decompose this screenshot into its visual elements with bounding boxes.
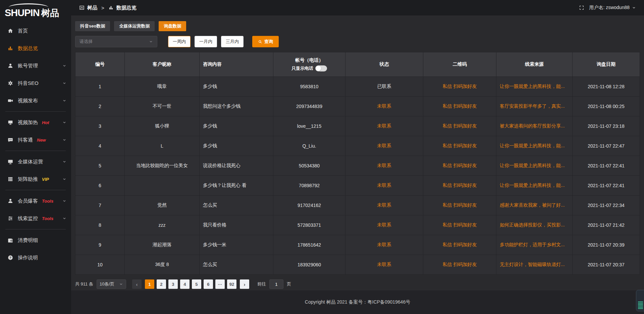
cell-nickname: L (125, 136, 199, 156)
cell-source-link[interactable]: 多功能护栏灯，适用于乡村文... (496, 235, 572, 255)
cell-qr-link[interactable]: 私信 扫码加好友 (423, 156, 496, 175)
cell-status: 未联系 (345, 97, 423, 116)
breadcrumb-root[interactable]: 树品 (87, 5, 97, 11)
sidebar-item-douyin-seo[interactable]: 抖音SEO (0, 74, 71, 92)
cell-source-link[interactable]: 客厅安装投影半年多了，真实... (496, 97, 572, 116)
page-size-select[interactable]: 10条/页 (97, 279, 126, 289)
cell-status: 未联系 (345, 176, 423, 195)
chevron-down-icon (62, 216, 66, 220)
cell-qr-link[interactable]: 私信 扫码加好友 (423, 97, 496, 116)
phone-only-toggle[interactable] (315, 65, 327, 71)
col-header-date: 询盘日期 (573, 52, 640, 76)
sidebar-item-label: 账号管理 (18, 63, 38, 69)
col-header-source: 线索来源 (496, 52, 572, 76)
footer: Copyright 树品 2021 备案号：粤ICP备09019646号 (71, 290, 644, 314)
page-button-3[interactable]: 3 (168, 279, 178, 289)
account-header-label: 帐号（电话） (295, 57, 323, 63)
fullscreen-icon[interactable] (579, 5, 584, 10)
username-label: 用户名: zswodun88 (589, 5, 630, 11)
cell-content: 怎么买 (200, 196, 273, 215)
cell-qr-link[interactable]: 私信 扫码加好友 (423, 215, 496, 235)
sidebar-item-clue-monitor[interactable]: 线索监控 Tools (0, 210, 71, 227)
sidebar-item-operation-guide[interactable]: 操作说明 (0, 249, 71, 266)
cell-source-link[interactable]: 让你一眼就爱上的黑科技，能... (496, 77, 572, 96)
period-month-button[interactable]: 一月内 (195, 36, 217, 47)
next-page-button[interactable]: › (240, 279, 249, 289)
cell-qr-link[interactable]: 私信 扫码加好友 (423, 176, 496, 195)
brand-latin: SHUPIN (5, 7, 40, 18)
cell-source-link[interactable]: 让你一眼就爱上的黑科技，能... (496, 156, 572, 175)
sidebar-item-account-manage[interactable]: 账号管理 (0, 57, 71, 74)
cell-nickname: 36度 8 (125, 255, 199, 274)
chevron-down-icon (62, 160, 66, 164)
overlay-widget[interactable] (636, 290, 644, 311)
main-content: 抖音seo数据 全媒体运营数据 询盘数据 请选择 一周内 一月内 三月内 查询 … (71, 15, 644, 290)
cell-content: 说说价格让我死心 (200, 156, 273, 175)
cell-nickname: zzz (125, 215, 199, 235)
chevron-down-icon (62, 177, 66, 181)
cell-source-link[interactable]: 让你一眼就爱上的黑科技，能... (496, 136, 572, 156)
cell-status: 未联系 (345, 136, 423, 156)
page-button-6[interactable]: 6 (204, 279, 213, 289)
cell-content: 怎么买 (200, 255, 273, 274)
sidebar-item-label: 抖客通 (18, 137, 33, 143)
cell-date: 2021-11-07 20:39 (573, 235, 640, 255)
cell-qr-link[interactable]: 私信 扫码加好友 (423, 235, 496, 255)
cell-source-link[interactable]: 让你一眼就爱上的黑科技，能... (496, 176, 572, 195)
tab-inquiry-data[interactable]: 询盘数据 (159, 21, 186, 31)
prev-page-button[interactable]: ‹ (132, 279, 142, 289)
toggle-knob (316, 66, 321, 71)
cell-content: 多少钱 (200, 77, 273, 96)
tab-douyin-seo-data[interactable]: 抖音seo数据 (75, 21, 110, 31)
cell-qr-link[interactable]: 私信 扫码加好友 (423, 136, 496, 156)
cell-id: 5 (75, 156, 124, 175)
sidebar: SHUPIN树品 首页 数据总览 账号管理 抖音SEO 视频发布 视频加热 Ho… (0, 0, 71, 314)
cell-status: 已联系 (345, 77, 423, 96)
cell-status: 未联系 (345, 156, 423, 175)
sidebar-item-doukertong[interactable]: 抖客通 New (0, 131, 71, 149)
cell-qr-link[interactable]: 私信 扫码加好友 (423, 77, 496, 96)
chevron-down-icon (62, 138, 66, 142)
sidebar-item-home[interactable]: 首页 (0, 22, 71, 40)
page-ellipsis-button[interactable]: ··· (215, 279, 225, 289)
cell-source-link[interactable]: 如何正确选择投影仪，买投影... (496, 215, 572, 235)
data-tabs: 抖音seo数据 全媒体运营数据 询盘数据 (75, 15, 640, 31)
query-button[interactable]: 查询 (252, 36, 279, 47)
cell-id: 10 (75, 255, 124, 274)
cell-qr-link[interactable]: 私信 扫码加好友 (423, 196, 496, 215)
sidebar-item-omnimedia[interactable]: 全媒体运营 (0, 153, 71, 170)
page-button-92[interactable]: 92 (227, 279, 236, 289)
page-button-4[interactable]: 4 (180, 279, 190, 289)
sidebar-item-video-publish[interactable]: 视频发布 (0, 92, 71, 109)
cell-qr-link[interactable]: 私信 扫码加好友 (423, 116, 496, 136)
cell-qr-link[interactable]: 私信 扫码加好友 (423, 255, 496, 274)
brand-cjk: 树品 (41, 8, 59, 18)
period-week-button[interactable]: 一周内 (168, 36, 191, 47)
sidebar-item-matrix-boost[interactable]: 矩阵助推 VIP (0, 170, 71, 188)
period-quarter-button[interactable]: 三月内 (221, 36, 244, 47)
filter-select[interactable]: 请选择 (75, 36, 157, 47)
sidebar-item-consume-detail[interactable]: 消费明细 (0, 231, 71, 249)
question-icon (7, 255, 13, 261)
tab-omnimedia-data[interactable]: 全媒体运营数据 (114, 21, 155, 31)
page-button-2[interactable]: 2 (157, 279, 166, 289)
cell-nickname: 潮起潮落 (125, 235, 199, 255)
cell-source-link[interactable]: 被大家追着问的客厅投影分享... (496, 116, 572, 136)
sidebar-item-video-heat[interactable]: 视频加热 Hot (0, 114, 71, 131)
goto-page-input[interactable] (269, 279, 283, 289)
user-menu[interactable]: 用户名: zswodun88 (589, 5, 636, 11)
sidebar-nav: 首页 数据总览 账号管理 抖音SEO 视频发布 视频加热 Hot 抖客通 New… (0, 19, 71, 266)
search-icon (258, 40, 262, 44)
sidebar-item-member-burst[interactable]: 会员爆客 Tools (0, 192, 71, 210)
goto-label: 前往 (257, 281, 266, 287)
col-header-content: 咨询内容 (200, 52, 273, 76)
page-button-5[interactable]: 5 (192, 279, 201, 289)
brand-logo: SHUPIN树品 (0, 0, 71, 19)
logo-arc (9, 3, 48, 7)
page-button-1[interactable]: 1 (145, 279, 154, 289)
chevron-down-icon (149, 40, 153, 44)
cell-source-link[interactable]: 无主灯设计，智能磁吸轨道灯... (496, 255, 572, 274)
cell-account: love__1215 (273, 116, 345, 136)
cell-source-link[interactable]: 感谢大家喜欢我家，被问了好... (496, 196, 572, 215)
sidebar-item-data-overview[interactable]: 数据总览 (0, 40, 71, 57)
